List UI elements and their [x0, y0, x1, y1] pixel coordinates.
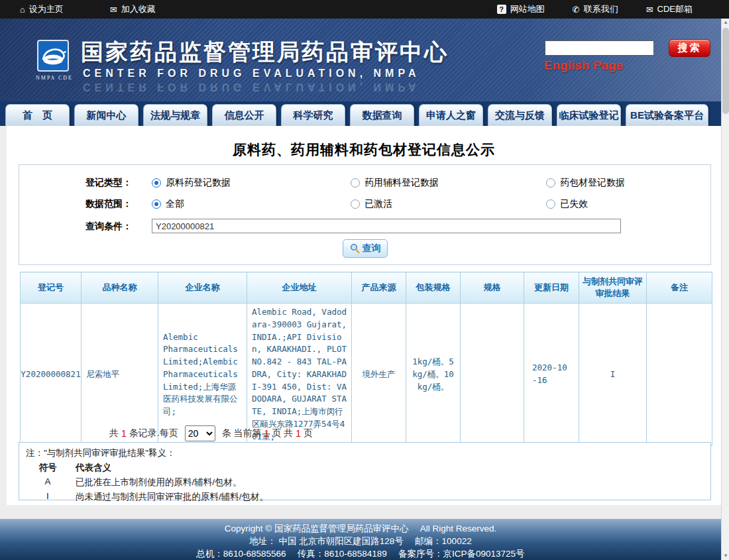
radio-icon — [546, 178, 555, 188]
nav-tab-info-disclosure[interactable]: 信息公开 — [212, 104, 276, 126]
legend-symbol-header: 符号 — [36, 462, 60, 474]
radio-scope-expired-label: 已失效 — [560, 198, 588, 210]
org-title-cn: 国家药品监督管理局药品审评中心 — [81, 37, 449, 68]
cell-product-source: 境外生产 — [352, 304, 406, 446]
add-favorite-label: 加入收藏 — [121, 3, 156, 15]
cde-mailbox-link[interactable]: ✉ CDE邮箱 — [646, 3, 693, 15]
pagination-text: 页 共 — [272, 427, 293, 439]
reg-type-label: 登记类型： — [85, 177, 132, 189]
col-update-date: 更新日期 — [524, 272, 579, 304]
radio-selected-icon — [152, 178, 161, 188]
legend-row-a: A 已批准在上市制剂使用的原料/辅料/包材。 — [36, 476, 242, 488]
nav-tab-data-query[interactable]: 数据查询 — [350, 104, 414, 126]
set-homepage-label: 设为主页 — [29, 3, 64, 15]
pagination-text: 页 — [304, 427, 313, 439]
english-page-link[interactable]: English Page — [544, 58, 623, 73]
mail-icon: ✉ — [646, 5, 653, 14]
cell-company-address: Alembic Road, Vadodara-390003 Gujarat, I… — [247, 304, 352, 446]
radio-icon — [351, 178, 360, 188]
current-page-number: 1 — [264, 428, 270, 439]
cell-reg-no: Y20200000821 — [21, 304, 82, 446]
cell-review-result: I — [579, 304, 647, 446]
vertical-scrollbar[interactable]: ▲ ▼ — [721, 19, 729, 560]
query-form: 登记类型： 原料药登记数据 药用辅料登记数据 药包材登记数据 数据范围： 全部 — [19, 164, 711, 265]
nav-tab-clinical-trial[interactable]: 临床试验登记 — [557, 104, 621, 126]
content-panel: 原料药、药用辅料和药包材登记信息公示 登记类型： 原料药登记数据 药用辅料登记数… — [7, 126, 721, 505]
col-package-spec: 包装规格 — [406, 272, 461, 304]
table-header-row: 登记号 品种名称 企业名称 企业地址 产品来源 包装规格 规格 更新日期 与制剂… — [21, 272, 712, 304]
logo-caption: NMPA CDE — [36, 75, 70, 81]
radio-api-data[interactable]: 原料药登记数据 — [152, 177, 231, 189]
cell-spec — [461, 304, 524, 446]
scroll-up-arrow[interactable]: ▲ — [722, 19, 729, 27]
page-size-select[interactable]: 20 — [185, 425, 215, 441]
home-icon: ⌂ — [20, 5, 25, 14]
legend-row-i: I 尚未通过与制剂共同审评审批的原料/辅料/包材。 — [36, 491, 268, 503]
legend-header: 符号 代表含义 — [36, 462, 111, 474]
col-product-source: 产品来源 — [352, 272, 406, 304]
pagination-text: 条 当前第 — [222, 427, 262, 439]
radio-selected-icon — [152, 199, 161, 209]
cell-package-spec: 1kg/桶。5 kg/桶。10 kg/桶。 — [406, 304, 461, 446]
query-button[interactable]: 查询 — [343, 239, 388, 258]
footer-address: 地址： 中国 北京市朝阳区建国路128号 邮编：100022 — [0, 535, 721, 547]
legend-box: 注："与制剂共同审评审批结果"释义： 符号 代表含义 A 已批准在上市制剂使用的… — [19, 442, 711, 500]
radio-scope-activated[interactable]: 已激活 — [351, 198, 392, 210]
nav-tab-applicant-window[interactable]: 申请人之窗 — [419, 104, 483, 126]
scrollbar-thumb[interactable] — [722, 28, 729, 114]
favorite-icon: ✉ — [110, 5, 117, 14]
set-homepage-link[interactable]: ⌂ 设为主页 — [20, 3, 64, 15]
legend-meaning: 尚未通过与制剂共同审评审批的原料/辅料/包材。 — [76, 491, 268, 503]
footer-copyright: Copyright © 国家药品监督管理局药品审评中心 All Right Re… — [0, 522, 721, 535]
nav-tab-science[interactable]: 科学研究 — [281, 104, 345, 126]
col-reg-no: 登记号 — [21, 272, 82, 304]
legend-symbol: I — [36, 491, 60, 503]
legend-symbol: A — [36, 476, 60, 488]
cell-company-name: Alembic Pharmaceuticals Limited;Alembic … — [158, 304, 247, 446]
nav-tab-regulations[interactable]: 法规与规章 — [143, 104, 207, 126]
org-title-en-reflection: CENTER FOR DRUG EVALUATION, NMPA — [83, 81, 420, 93]
question-icon: ? — [497, 5, 506, 14]
col-remark: 备注 — [647, 272, 712, 304]
query-condition-input[interactable] — [152, 219, 621, 233]
contact-us-label: 联系我们 — [584, 3, 618, 15]
radio-icon — [546, 199, 555, 209]
radio-packaging-data[interactable]: 药包材登记数据 — [546, 177, 625, 189]
col-review-result: 与制剂共同审评审批结果 — [579, 272, 647, 304]
contact-us-link[interactable]: ✆ 联系我们 — [573, 3, 618, 15]
magnifier-icon — [349, 243, 360, 254]
main-navigation: 首 页 新闻中心 法规与规章 信息公开 科学研究 数据查询 申请人之窗 交流与反… — [0, 101, 729, 126]
sitemap-label: 网站地图 — [510, 3, 545, 15]
scope-label: 数据范围： — [85, 198, 132, 210]
top-utility-bar: ⌂ 设为主页 ✉ 加入收藏 ? 网站地图 ✆ 联系我们 ✉ CDE邮箱 — [0, 0, 729, 19]
nav-tab-be-platform[interactable]: BE试验备案平台 — [626, 104, 708, 126]
radio-scope-activated-label: 已激活 — [364, 198, 392, 210]
radio-api-data-label: 原料药登记数据 — [166, 177, 231, 189]
scroll-down-arrow[interactable]: ▼ — [722, 552, 729, 560]
col-product-name: 品种名称 — [82, 272, 158, 304]
col-company-address: 企业地址 — [247, 272, 352, 304]
nmpa-cde-logo: NMPA CDE — [36, 40, 70, 81]
radio-excipient-data-label: 药用辅料登记数据 — [364, 177, 439, 189]
phone-icon: ✆ — [573, 5, 580, 14]
sitemap-link[interactable]: ? 网站地图 — [497, 3, 545, 15]
nav-tab-home[interactable]: 首 页 — [5, 104, 70, 126]
legend-meaning: 已批准在上市制剂使用的原料/辅料/包材。 — [76, 476, 242, 488]
radio-scope-expired[interactable]: 已失效 — [546, 198, 588, 210]
legend-meaning-header: 代表含义 — [76, 462, 111, 474]
cell-update-date: 2020-10-16 — [524, 304, 579, 446]
pagination-text: 共 — [109, 427, 119, 439]
site-search-input[interactable] — [545, 40, 654, 56]
site-search-button[interactable]: 搜索 — [669, 39, 710, 57]
col-company-name: 企业名称 — [158, 272, 247, 304]
pagination-text: 条记录.每页 — [129, 427, 178, 439]
nav-tab-news[interactable]: 新闻中心 — [74, 104, 139, 126]
cde-mailbox-label: CDE邮箱 — [657, 3, 693, 15]
pagination-bar: 共 1 条记录.每页 20 条 当前第 1 页 共 1 页 — [109, 425, 313, 441]
legend-title: 注："与制剂共同审评审批结果"释义： — [26, 447, 176, 459]
nav-tab-communication[interactable]: 交流与反馈 — [488, 104, 552, 126]
add-favorite-link[interactable]: ✉ 加入收藏 — [110, 3, 156, 15]
org-title-en: CENTER FOR DRUG EVALUATION, NMPA — [83, 68, 420, 80]
radio-excipient-data[interactable]: 药用辅料登记数据 — [351, 177, 439, 189]
radio-scope-all[interactable]: 全部 — [152, 198, 184, 210]
